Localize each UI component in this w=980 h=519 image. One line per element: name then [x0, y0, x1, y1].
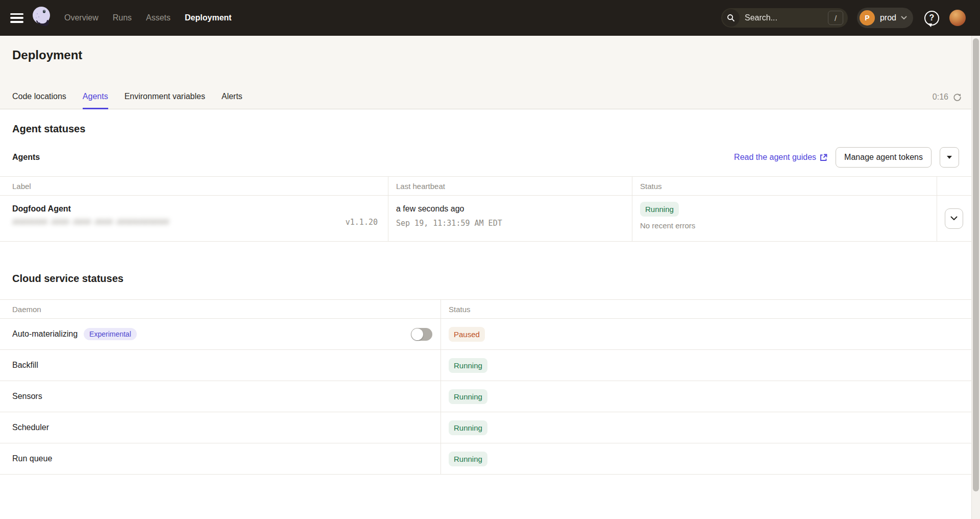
tab-environment-variables[interactable]: Environment variables	[125, 87, 205, 109]
col-label: Label	[0, 177, 388, 195]
expand-agent-button[interactable]	[945, 208, 963, 229]
page-title: Deployment	[12, 48, 82, 62]
nav-item-runs[interactable]: Runs	[113, 13, 132, 22]
menu-icon[interactable]	[10, 13, 23, 23]
agent-label-cell: Dogfood Agent ########-####-####-####-##…	[0, 196, 388, 241]
search-input[interactable]	[745, 13, 811, 22]
primary-nav: Overview Runs Assets Deployment	[64, 13, 232, 22]
user-avatar[interactable]	[949, 10, 966, 26]
tab-bar: Code locations Agents Environment variab…	[12, 87, 242, 109]
status-badge: Running	[449, 452, 487, 466]
daemon-name: Backfill	[12, 361, 38, 370]
agent-version: v1.1.20	[346, 218, 378, 227]
agent-guides-link[interactable]: Read the agent guides	[734, 153, 827, 162]
help-icon[interactable]: ?	[924, 11, 939, 26]
caret-down-icon	[947, 156, 952, 159]
scrollbar-thumb[interactable]	[973, 38, 979, 491]
daemon-status-cell: Paused	[440, 319, 971, 349]
agent-status-cell: Running No recent errors	[632, 196, 937, 241]
agent-name: Dogfood Agent	[12, 203, 378, 215]
org-name: prod	[880, 13, 896, 22]
daemon-status-cell: Running	[440, 350, 971, 381]
daemon-name: Auto-materializing	[12, 329, 78, 339]
countdown-value: 0:16	[933, 92, 948, 102]
daemon-name: Scheduler	[12, 423, 49, 432]
chevron-down-icon	[901, 16, 907, 20]
daemon-cell: Auto-materializing Experimental	[0, 319, 440, 349]
status-badge: Running	[449, 389, 487, 404]
col-daemon: Daemon	[0, 300, 440, 318]
agent-row: Dogfood Agent ########-####-####-####-##…	[0, 196, 971, 242]
toggle-knob	[411, 328, 423, 340]
agent-id-redacted: ########-####-####-####-############	[12, 218, 169, 227]
refresh-icon[interactable]	[953, 93, 962, 102]
cloud-table-header: Daemon Status	[0, 299, 971, 319]
main-content: Agent statuses Agents Read the agent gui…	[0, 109, 971, 475]
nav-item-assets[interactable]: Assets	[146, 13, 170, 22]
daemon-name: Sensors	[12, 392, 42, 401]
status-badge: Paused	[449, 327, 485, 342]
agent-statuses-heading: Agent statuses	[12, 122, 959, 136]
agent-guides-link-label: Read the agent guides	[734, 153, 816, 162]
top-nav: Overview Runs Assets Deployment / P prod…	[0, 0, 980, 36]
agent-status-badge: Running	[640, 202, 679, 217]
heartbeat-relative: a few seconds ago	[396, 203, 624, 215]
daemon-status-cell: Running	[440, 443, 971, 474]
col-status: Status	[632, 177, 937, 195]
agent-heartbeat-cell: a few seconds ago Sep 19, 11:31:59 AM ED…	[388, 196, 632, 241]
dagster-logo-icon[interactable]	[31, 6, 52, 30]
agents-toolbar: Agents Read the agent guides Manage agen…	[12, 146, 959, 169]
auto-materializing-toggle[interactable]	[411, 328, 432, 341]
page-header: Deployment Code locations Agents Environ…	[0, 36, 980, 109]
refresh-countdown: 0:16	[933, 92, 962, 102]
daemon-row-sensors: Sensors Running	[0, 381, 971, 412]
tab-agents[interactable]: Agents	[83, 87, 108, 109]
daemon-status-cell: Running	[440, 412, 971, 443]
daemon-cell: Backfill	[0, 350, 440, 381]
nav-item-deployment[interactable]: Deployment	[185, 13, 232, 22]
agent-errors-text: No recent errors	[640, 221, 928, 230]
chevron-down-icon	[950, 216, 958, 221]
daemon-row-auto-materializing: Auto-materializing Experimental Paused	[0, 319, 971, 350]
heartbeat-absolute: Sep 19, 11:31:59 AM EDT	[396, 219, 624, 228]
external-link-icon	[820, 154, 827, 161]
search-icon	[722, 9, 740, 27]
status-badge: Running	[449, 420, 487, 435]
daemon-cell: Run queue	[0, 443, 440, 474]
experimental-badge: Experimental	[84, 328, 137, 340]
tab-code-locations[interactable]: Code locations	[12, 87, 66, 109]
org-switcher[interactable]: P prod	[857, 8, 913, 28]
daemon-cell: Scheduler	[0, 412, 440, 443]
col-actions	[937, 177, 971, 195]
org-avatar: P	[860, 10, 875, 26]
daemon-status-cell: Running	[440, 381, 971, 412]
search-shortcut-key: /	[828, 11, 843, 25]
nav-right-cluster: / P prod ?	[721, 8, 966, 28]
daemon-row-scheduler: Scheduler Running	[0, 412, 971, 443]
tokens-menu-button[interactable]	[940, 147, 959, 168]
tab-alerts[interactable]: Alerts	[222, 87, 242, 109]
search-box[interactable]: /	[721, 8, 848, 28]
daemon-cell: Sensors	[0, 381, 440, 412]
agents-list-heading: Agents	[12, 153, 40, 162]
agents-actions: Read the agent guides Manage agent token…	[734, 147, 959, 168]
agents-table-header: Label Last heartbeat Status	[0, 176, 971, 196]
cloud-service-statuses-heading: Cloud service statuses	[12, 271, 959, 286]
daemon-name: Run queue	[12, 454, 52, 463]
scrollbar-track[interactable]	[971, 36, 980, 519]
cloud-services-table: Daemon Status Auto-materializing Experim…	[0, 299, 971, 475]
manage-agent-tokens-button[interactable]: Manage agent tokens	[836, 147, 932, 168]
agents-table: Label Last heartbeat Status Dogfood Agen…	[0, 176, 971, 242]
status-badge: Running	[449, 358, 487, 373]
daemon-row-backfill: Backfill Running	[0, 350, 971, 381]
col-last-heartbeat: Last heartbeat	[388, 177, 632, 195]
daemon-row-run-queue: Run queue Running	[0, 443, 971, 475]
nav-item-overview[interactable]: Overview	[64, 13, 99, 22]
col-status: Status	[440, 300, 971, 318]
agent-expand-cell	[937, 196, 971, 241]
